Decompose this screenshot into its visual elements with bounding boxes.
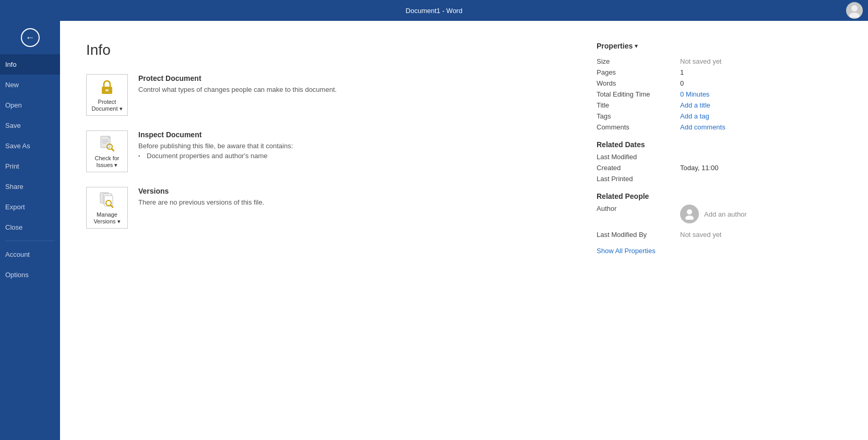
sidebar-item-save-as[interactable]: Save As <box>0 136 60 156</box>
prop-row-created: Created Today, 11:00 <box>597 164 847 172</box>
inspect-section-text: Inspect Document Before publishing this … <box>138 130 293 160</box>
author-avatar <box>680 205 699 223</box>
svg-point-17 <box>685 216 694 220</box>
prop-label-last-modified: Last Modified <box>597 153 680 161</box>
sidebar-item-account[interactable]: Account <box>0 244 60 265</box>
protect-document-icon <box>98 78 116 97</box>
main-content: Info ProtectDocument ▾ Protect Document … <box>60 21 597 440</box>
check-for-issues-button[interactable]: Check forIssues ▾ <box>86 130 128 172</box>
prop-row-words: Words 0 <box>597 79 847 87</box>
prop-value-last-printed <box>680 175 847 183</box>
sidebar-item-open[interactable]: Open <box>0 95 60 115</box>
prop-row-comments: Comments Add comments <box>597 123 847 131</box>
svg-point-1 <box>849 13 860 18</box>
prop-label-editing-time: Total Editing Time <box>597 90 680 98</box>
sidebar-item-export[interactable]: Export <box>0 197 60 217</box>
prop-row-author: Author Add an author <box>597 205 847 228</box>
inspect-section-description: Before publishing this file, be aware th… <box>138 142 293 150</box>
manage-versions-button[interactable]: ManageVersions ▾ <box>86 187 128 229</box>
prop-row-tags: Tags Add a tag <box>597 112 847 120</box>
manage-versions-label: ManageVersions ▾ <box>93 211 120 225</box>
prop-label-title: Title <box>597 101 680 109</box>
prop-row-title: Title Add a title <box>597 101 847 109</box>
prop-row-last-printed: Last Printed <box>597 175 847 183</box>
prop-label-tags: Tags <box>597 112 680 120</box>
sidebar-divider <box>5 241 55 241</box>
prop-row-size: Size Not saved yet <box>597 57 847 65</box>
prop-label-pages: Pages <box>597 68 680 76</box>
prop-label-last-modified-by: Last Modified By <box>597 231 680 239</box>
title-bar: Document1 - Word <box>0 0 868 21</box>
prop-value-title[interactable]: Add a title <box>680 101 847 109</box>
prop-label-comments: Comments <box>597 123 680 131</box>
related-people-section: Author Add an author Last Modified By No… <box>597 205 847 239</box>
back-arrow-icon: ← <box>21 28 40 47</box>
inspect-sub-items: Document properties and author's name <box>138 152 293 160</box>
svg-rect-3 <box>105 89 109 91</box>
sidebar-item-print[interactable]: Print <box>0 156 60 176</box>
prop-value-words: 0 <box>680 79 847 87</box>
svg-line-10 <box>112 149 114 151</box>
sidebar-item-new[interactable]: New <box>0 75 60 95</box>
prop-label-words: Words <box>597 79 680 87</box>
prop-row-pages: Pages 1 <box>597 68 847 76</box>
manage-versions-icon <box>98 191 116 209</box>
related-dates-heading: Related Dates <box>597 140 847 149</box>
versions-section-text: Versions There are no previous versions … <box>138 187 264 208</box>
prop-value-created: Today, 11:00 <box>680 164 847 172</box>
inspect-section: Check forIssues ▾ Inspect Document Befor… <box>86 130 570 172</box>
protect-section-text: Protect Document Control what types of c… <box>138 74 337 96</box>
right-panel: Properties ▾ Size Not saved yet Pages 1 … <box>597 21 868 440</box>
sidebar-item-info[interactable]: Info <box>0 54 60 75</box>
prop-row-last-modified-by: Last Modified By Not saved yet <box>597 231 847 239</box>
check-issues-label: Check forIssues ▾ <box>94 155 119 169</box>
prop-label-created: Created <box>597 164 680 172</box>
add-author-link[interactable]: Add an author <box>704 210 747 218</box>
prop-value-pages: 1 <box>680 68 847 76</box>
prop-row-last-modified: Last Modified <box>597 153 847 161</box>
versions-section-heading: Versions <box>138 187 264 195</box>
prop-value-tags[interactable]: Add a tag <box>680 112 847 120</box>
svg-point-16 <box>687 209 692 215</box>
prop-label-size: Size <box>597 57 680 65</box>
prop-label-author: Author <box>597 205 680 228</box>
inspect-section-heading: Inspect Document <box>138 130 293 139</box>
sidebar: ← Info New Open Save Save As Print Share… <box>0 21 60 440</box>
versions-section-description: There are no previous versions of this f… <box>138 198 264 206</box>
protect-section-heading: Protect Document <box>138 74 337 82</box>
author-avatar-icon <box>684 208 695 220</box>
back-button[interactable]: ← <box>0 21 60 54</box>
check-issues-icon <box>98 134 116 153</box>
related-people-heading: Related People <box>597 192 847 200</box>
prop-value-comments[interactable]: Add comments <box>680 123 847 131</box>
sidebar-item-save[interactable]: Save <box>0 115 60 136</box>
show-all-properties-link[interactable]: Show All Properties <box>597 247 656 255</box>
protect-document-button[interactable]: ProtectDocument ▾ <box>86 74 128 116</box>
protect-document-label: ProtectDocument ▾ <box>91 99 122 112</box>
prop-value-last-modified <box>680 153 847 161</box>
prop-value-editing-time: 0 Minutes <box>680 90 847 98</box>
prop-label-last-printed: Last Printed <box>597 175 680 183</box>
prop-value-size: Not saved yet <box>680 57 847 65</box>
svg-point-0 <box>851 5 858 11</box>
sidebar-item-options[interactable]: Options <box>0 265 60 285</box>
prop-value-last-modified-by: Not saved yet <box>680 231 847 239</box>
versions-section: ManageVersions ▾ Versions There are no p… <box>86 187 570 229</box>
title-bar-text: Document1 - Word <box>406 7 462 15</box>
properties-chevron: ▾ <box>635 42 638 50</box>
prop-row-editing-time: Total Editing Time 0 Minutes <box>597 90 847 98</box>
author-row: Add an author <box>680 205 747 223</box>
sidebar-item-share[interactable]: Share <box>0 176 60 197</box>
properties-title: Properties <box>597 42 633 50</box>
page-title: Info <box>86 42 570 58</box>
sidebar-item-close[interactable]: Close <box>0 217 60 237</box>
avatar <box>846 2 863 19</box>
protect-section-description: Control what types of changes people can… <box>138 86 337 93</box>
properties-header: Properties ▾ <box>597 42 847 50</box>
protect-section: ProtectDocument ▾ Protect Document Contr… <box>86 74 570 116</box>
inspect-sub-item: Document properties and author's name <box>138 152 293 160</box>
